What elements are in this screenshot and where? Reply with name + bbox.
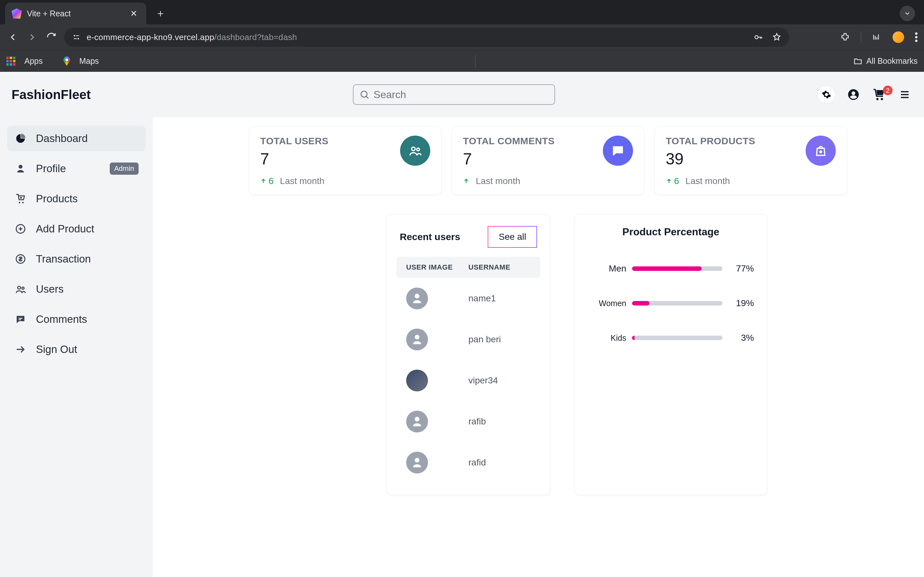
apps-shortcut-label[interactable]: Apps (24, 56, 43, 66)
sidebar-item-profile[interactable]: Profile Admin (7, 156, 145, 181)
progress-label: Kids (588, 334, 626, 343)
progress-row: Women 19% (588, 298, 754, 308)
username-cell: rafib (468, 416, 531, 427)
nav-back-button[interactable] (6, 31, 19, 44)
browser-tab-active[interactable]: Vite + React ✕ (5, 3, 146, 24)
svg-point-5 (915, 32, 918, 35)
vite-favicon (11, 8, 22, 19)
new-tab-button[interactable]: ＋ (152, 5, 170, 23)
svg-point-2 (78, 38, 79, 39)
progress-bar (632, 301, 722, 306)
extensions-icon[interactable] (840, 32, 850, 42)
nav-reload-button[interactable] (45, 31, 58, 44)
progress-row: Kids 3% (588, 333, 754, 343)
sidebar-item-dashboard[interactable]: Dashboard (7, 126, 145, 151)
apps-shortcut-icon[interactable] (6, 57, 15, 66)
bookmark-star-icon[interactable] (772, 32, 782, 42)
admin-badge: Admin (110, 163, 139, 175)
svg-point-6 (915, 36, 918, 39)
stat-period: Last month (476, 176, 520, 186)
main-content: TOTAL USERS 7 6Last month TOTAL COMMENTS… (153, 117, 924, 577)
avatar (406, 452, 428, 474)
search-input[interactable]: Search (353, 84, 555, 105)
sidebar-item-label: Add Product (36, 223, 94, 235)
search-icon (359, 89, 370, 100)
address-bar[interactable]: e-commerce-app-kno9.vercel.app/dashboard… (64, 27, 789, 47)
browser-toolbar: e-commerce-app-kno9.vercel.app/dashboard… (0, 24, 924, 50)
users-group-icon (400, 135, 430, 166)
app-header: FashionFleet Search 2 (0, 72, 924, 117)
table-row[interactable]: viper34 (397, 360, 540, 401)
svg-point-4 (755, 35, 758, 39)
sidebar-item-sign-out[interactable]: Sign Out (7, 337, 145, 362)
search-placeholder: Search (373, 89, 406, 101)
gear-icon (822, 90, 831, 99)
col-user-image: USER IMAGE (406, 263, 468, 271)
dollar-circle-icon (14, 253, 27, 266)
sidebar-item-products[interactable]: Products (7, 186, 145, 211)
svg-point-7 (915, 40, 918, 42)
comment-icon (14, 313, 27, 326)
sidebar-item-label: Profile (36, 163, 66, 175)
arrow-right-icon (14, 343, 27, 356)
stat-delta: 6 (260, 176, 274, 186)
password-key-icon[interactable] (753, 32, 763, 42)
progress-bar (632, 266, 722, 271)
sidebar-item-transaction[interactable]: Transaction (7, 246, 145, 272)
stat-value: 39 (666, 150, 755, 168)
sidebar-item-comments[interactable]: Comments (7, 306, 145, 332)
bookmark-bar: Apps Maps All Bookmarks (0, 50, 924, 72)
recent-users-title: Recent users (400, 231, 460, 242)
tab-overflow-button[interactable] (900, 6, 915, 21)
nav-forward-button[interactable] (26, 31, 39, 44)
progress-value: 77% (728, 263, 754, 274)
table-row[interactable]: rafid (397, 442, 540, 483)
table-row[interactable]: rafib (397, 401, 540, 442)
progress-value: 3% (728, 333, 754, 343)
sidebar-item-label: Transaction (36, 253, 91, 265)
progress-value: 19% (728, 298, 754, 308)
avatar (406, 329, 428, 350)
stat-value: 7 (260, 150, 328, 168)
progress-label: Women (588, 299, 626, 308)
media-control-icon[interactable] (872, 32, 882, 42)
theme-toggle-button[interactable] (817, 85, 835, 103)
stat-label: TOTAL COMMENTS (463, 135, 555, 147)
stat-card: TOTAL USERS 7 6Last month (249, 126, 441, 195)
account-button[interactable] (846, 87, 861, 102)
svg-rect-3 (74, 39, 77, 39)
username-cell: name1 (468, 293, 531, 303)
sidebar-item-label: Products (36, 193, 78, 205)
table-row[interactable]: pan beri (397, 319, 540, 360)
menu-icon (899, 89, 911, 100)
profile-avatar[interactable] (893, 31, 904, 43)
brand-logo[interactable]: FashionFleet (11, 87, 91, 102)
progress-bar (632, 335, 722, 340)
stat-delta: 6 (666, 176, 679, 186)
table-row[interactable]: name1 (397, 278, 540, 319)
maps-shortcut-icon[interactable] (63, 56, 70, 66)
maps-shortcut-label[interactable]: Maps (79, 56, 99, 66)
stat-period: Last month (280, 176, 325, 186)
product-percentage-title: Product Percentage (588, 226, 754, 238)
all-bookmarks-button[interactable]: All Bookmarks (853, 56, 918, 66)
stat-delta (463, 178, 469, 184)
stat-label: TOTAL PRODUCTS (666, 135, 755, 147)
bag-icon (806, 135, 836, 166)
stat-label: TOTAL USERS (260, 135, 328, 147)
hamburger-menu-button[interactable] (897, 87, 913, 102)
browser-menu-icon[interactable] (915, 32, 918, 42)
cart-button[interactable]: 2 (871, 87, 887, 102)
username-cell: rafid (468, 458, 531, 468)
stat-card: TOTAL COMMENTS 7 Last month (452, 126, 644, 195)
user-icon (14, 162, 27, 175)
site-settings-icon[interactable] (72, 33, 81, 42)
tab-close-icon[interactable]: ✕ (130, 9, 137, 19)
tab-title: Vite + React (27, 9, 125, 18)
recent-users-header: USER IMAGE USERNAME (397, 257, 540, 278)
sidebar-item-add-product[interactable]: Add Product (7, 216, 145, 242)
see-all-button[interactable]: See all (488, 226, 537, 248)
sidebar-item-users[interactable]: Users (7, 276, 145, 302)
username-cell: pan beri (468, 334, 531, 345)
svg-rect-1 (76, 35, 79, 36)
